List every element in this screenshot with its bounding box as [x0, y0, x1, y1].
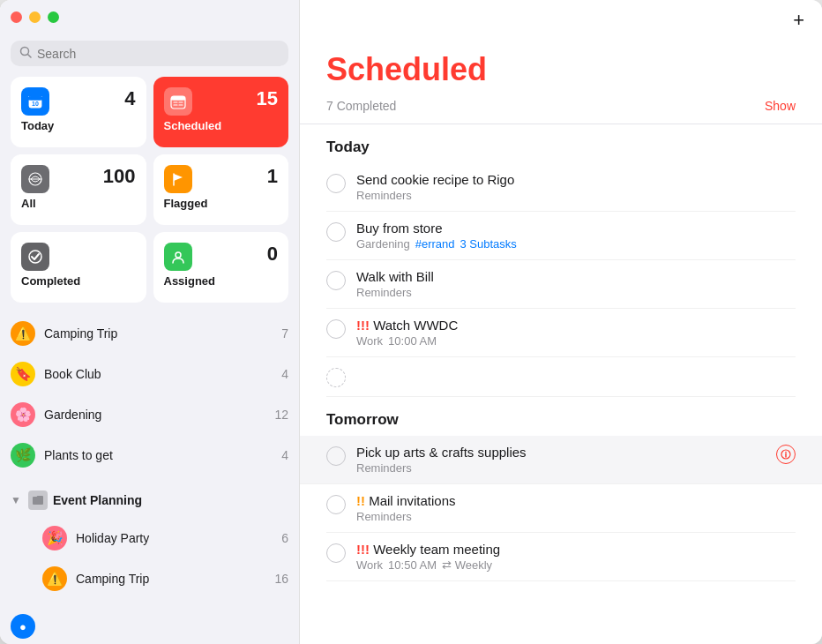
completed-label: Completed: [21, 274, 136, 288]
completed-icon: [21, 243, 49, 271]
reminder-title-weekly: !!! Weekly team meeting: [356, 542, 796, 557]
plants-icon: 🌿: [11, 443, 35, 468]
svg-line-1: [28, 55, 32, 58]
reminder-circle-wwdc[interactable]: [326, 319, 346, 339]
main-content: Scheduled 7 Completed Show Today Send co…: [300, 0, 822, 644]
list-item-camping-trip[interactable]: ⚠️ Camping Trip 7: [0, 313, 299, 354]
list-item-plants-to-get[interactable]: 🌿 Plants to get 4: [0, 435, 299, 476]
maximize-button[interactable]: [48, 11, 59, 23]
reminder-sub-arts: Reminders: [356, 461, 766, 475]
main-header: Scheduled: [300, 34, 822, 88]
reminder-sub-mail: Reminders: [356, 510, 796, 523]
reminder-circle-cookie[interactable]: [326, 174, 346, 193]
smart-list-completed[interactable]: Completed: [11, 232, 146, 303]
sidebar: 10 4 Today: [0, 0, 300, 644]
section-tomorrow: Tomorrow: [326, 397, 796, 436]
reminder-title-buy: Buy from store: [356, 221, 796, 236]
search-input[interactable]: [37, 47, 280, 61]
reminder-circle-buy[interactable]: [326, 222, 346, 242]
assigned-count: 0: [267, 243, 278, 266]
reminder-cookie-recipe: Send cookie recipe to Rigo Reminders: [326, 163, 796, 212]
camping-trip-2-icon: ⚠️: [42, 566, 67, 591]
search-bar[interactable]: [11, 41, 288, 66]
priority-weekly: !!!: [356, 542, 373, 557]
extra-list-icon: ●: [11, 614, 35, 639]
reminder-content-mail: !! Mail invitations Reminders: [356, 493, 796, 523]
list-item-holiday-party[interactable]: 🎉 Holiday Party 6: [0, 518, 299, 558]
info-icon[interactable]: [776, 445, 796, 464]
all-icon: [21, 165, 49, 193]
book-club-icon: 🔖: [11, 362, 35, 386]
scheduled-icon: [164, 87, 192, 116]
group-event-planning[interactable]: ▼ Event Planning: [0, 483, 299, 518]
all-count: 100: [103, 165, 136, 188]
reminder-circle-weekly[interactable]: [326, 543, 346, 563]
scheduled-label: Scheduled: [164, 119, 279, 132]
reminder-content-walk: Walk with Bill Reminders: [356, 269, 796, 299]
errand-tag[interactable]: #errand: [415, 237, 455, 251]
holiday-party-count: 6: [281, 531, 288, 545]
smart-list-today[interactable]: 10 4 Today: [11, 77, 146, 147]
flagged-label: Flagged: [164, 197, 279, 210]
smart-list-flagged[interactable]: 1 Flagged: [153, 154, 289, 225]
reminder-title-wwdc: !!! Watch WWDC: [356, 318, 796, 333]
reminder-circle-walk[interactable]: [326, 271, 346, 290]
search-icon: [19, 46, 32, 61]
reminder-arts-crafts: Pick up arts & crafts supplies Reminders: [300, 436, 822, 484]
svg-point-22: [785, 452, 787, 453]
plants-name: Plants to get: [44, 448, 273, 462]
camping-trip-2-name: Camping Trip: [76, 572, 265, 586]
reminder-sub-weekly: Work 10:50 AM ⇄ Weekly: [356, 558, 796, 572]
smart-lists-grid: 10 4 Today: [0, 77, 299, 313]
reminder-mail-invitations: !! Mail invitations Reminders: [326, 484, 796, 533]
book-club-count: 4: [281, 367, 288, 381]
book-club-name: Book Club: [44, 367, 273, 381]
reminder-circle-empty[interactable]: [326, 368, 346, 387]
today-label: Today: [21, 119, 136, 132]
list-item-gardening[interactable]: 🌸 Gardening 12: [0, 394, 299, 435]
reminder-content-weekly: !!! Weekly team meeting Work 10:50 AM ⇄ …: [356, 542, 796, 572]
smart-list-assigned[interactable]: 0 Assigned: [153, 232, 289, 303]
gardening-count: 12: [274, 408, 288, 422]
reminder-content-cookie: Send cookie recipe to Rigo Reminders: [356, 172, 796, 202]
holiday-party-name: Holiday Party: [76, 531, 273, 545]
reminder-buy-from-store: Buy from store Gardening #errand 3 Subta…: [326, 212, 796, 260]
list-item-book-club[interactable]: 🔖 Book Club 4: [0, 354, 299, 394]
page-title: Scheduled: [326, 51, 796, 88]
today-count: 4: [124, 87, 135, 110]
reminder-content-arts: Pick up arts & crafts supplies Reminders: [356, 445, 766, 475]
camping-trip-count: 7: [281, 326, 288, 341]
group-folder-icon: [28, 490, 48, 510]
minimize-button[interactable]: [29, 11, 41, 23]
reminder-empty: [326, 357, 796, 397]
reminder-title-arts: Pick up arts & crafts supplies: [356, 445, 766, 460]
reminder-content-wwdc: !!! Watch WWDC Work 10:00 AM: [356, 318, 796, 348]
reminder-circle-mail[interactable]: [326, 495, 346, 514]
reminder-sub-buy: Gardening #errand 3 Subtasks: [356, 237, 796, 251]
smart-list-scheduled[interactable]: 15 Scheduled: [153, 77, 289, 147]
reminder-weekly-team: !!! Weekly team meeting Work 10:50 AM ⇄ …: [326, 533, 796, 581]
reminder-title-walk: Walk with Bill: [356, 269, 796, 284]
gardening-icon: 🌸: [11, 402, 35, 427]
list-item-camping-trip-2[interactable]: ⚠️ Camping Trip 16: [0, 558, 299, 599]
reminder-watch-wwdc: !!! Watch WWDC Work 10:00 AM: [326, 309, 796, 357]
group-name: Event Planning: [53, 493, 142, 507]
reminder-title-cookie: Send cookie recipe to Rigo: [356, 172, 796, 187]
list-item-extra[interactable]: ●: [0, 606, 299, 644]
smart-list-all[interactable]: 100 All: [11, 154, 146, 225]
svg-rect-7: [28, 99, 42, 101]
reminder-content-buy: Buy from store Gardening #errand 3 Subta…: [356, 221, 796, 251]
scheduled-count: 15: [257, 87, 278, 110]
reminder-sub-cookie: Reminders: [356, 189, 796, 202]
show-button[interactable]: Show: [765, 99, 796, 113]
close-button[interactable]: [11, 11, 22, 23]
assigned-label: Assigned: [164, 274, 279, 288]
camping-trip-2-count: 16: [274, 572, 288, 586]
reminder-circle-arts[interactable]: [326, 446, 346, 466]
add-reminder-button[interactable]: +: [793, 9, 804, 32]
subtasks-badge[interactable]: 3 Subtasks: [460, 237, 517, 251]
section-today: Today: [326, 124, 796, 163]
svg-rect-10: [171, 99, 185, 101]
plants-count: 4: [281, 448, 288, 462]
assigned-icon: [164, 243, 192, 271]
